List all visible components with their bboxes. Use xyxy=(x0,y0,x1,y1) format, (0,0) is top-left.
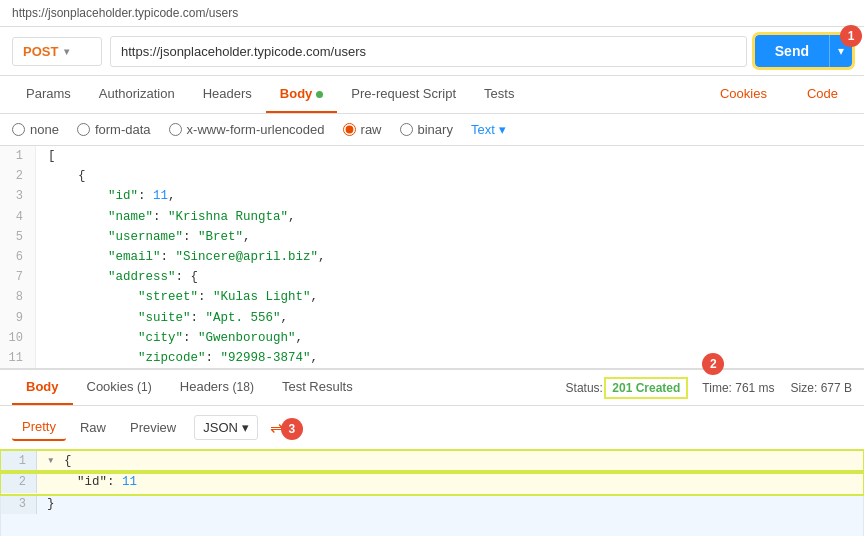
response-badge-3: 3 xyxy=(281,418,303,440)
text-type-chevron-icon: ▾ xyxy=(499,122,506,137)
code-editor[interactable]: 1 [ 2 { 3 "id": 11, 4 "name": "Krishna R… xyxy=(0,146,864,370)
response-tab-headers[interactable]: Headers (18) xyxy=(166,370,268,405)
tab-body[interactable]: Body xyxy=(266,76,338,113)
body-options: none form-data x-www-form-urlencoded raw… xyxy=(0,114,864,146)
resp-line-1: 1 ▾ { xyxy=(1,451,863,472)
code-line-2: 2 { xyxy=(0,166,864,186)
pretty-button[interactable]: Pretty xyxy=(12,414,66,441)
pretty-btn-wrapper: Pretty xyxy=(12,414,66,441)
text-type-select[interactable]: Text ▾ xyxy=(471,122,506,137)
radio-urlencoded[interactable] xyxy=(169,123,182,136)
status-label: Status: xyxy=(566,381,603,395)
tab-headers[interactable]: Headers xyxy=(189,76,266,113)
collapse-icon[interactable]: ▾ xyxy=(47,454,55,468)
tab-cookies[interactable]: Cookies xyxy=(706,76,781,113)
code-line-6: 6 "email": "Sincere@april.biz", xyxy=(0,247,864,267)
send-badge: 1 xyxy=(840,25,862,47)
code-line-1: 1 [ xyxy=(0,146,864,166)
time-label: Time: 761 ms xyxy=(702,381,774,395)
code-line-7: 7 "address": { xyxy=(0,267,864,287)
nav-tabs: Params Authorization Headers Body Pre-re… xyxy=(0,76,864,114)
code-line-9: 9 "suite": "Apt. 556", xyxy=(0,308,864,328)
method-chevron-icon: ▾ xyxy=(64,46,69,57)
option-form-data[interactable]: form-data xyxy=(77,122,151,137)
tab-code[interactable]: Code xyxy=(793,76,852,113)
response-tab-testresults[interactable]: Test Results xyxy=(268,370,367,405)
format-label: JSON xyxy=(203,420,238,435)
method-label: POST xyxy=(23,44,58,59)
tab-params[interactable]: Params xyxy=(12,76,85,113)
radio-form-data[interactable] xyxy=(77,123,90,136)
response-tab-body[interactable]: Body xyxy=(12,370,73,405)
resp-line-2: 2 "id": 11 xyxy=(1,472,863,493)
response-status-bar: 2 Status: 201 Created Time: 761 ms Size:… xyxy=(566,381,852,395)
title-bar: https://jsonplaceholder.typicode.com/use… xyxy=(0,0,864,27)
url-input[interactable] xyxy=(110,36,747,67)
code-line-3: 3 "id": 11, xyxy=(0,186,864,206)
send-button-group: Send ▾ 1 xyxy=(755,35,852,67)
resp-line-3: 3 } xyxy=(1,494,863,515)
format-select[interactable]: JSON ▾ xyxy=(194,415,258,440)
nav-right-tabs: Cookies Code xyxy=(706,76,852,113)
tab-tests[interactable]: Tests xyxy=(470,76,528,113)
send-button[interactable]: Send xyxy=(755,35,829,67)
response-body: 1 ▾ { 2 "id": 11 3 } xyxy=(0,450,864,536)
radio-binary[interactable] xyxy=(400,123,413,136)
option-raw[interactable]: raw xyxy=(343,122,382,137)
radio-raw[interactable] xyxy=(343,123,356,136)
tab-authorization[interactable]: Authorization xyxy=(85,76,189,113)
option-binary[interactable]: binary xyxy=(400,122,453,137)
response-badge-2: 2 xyxy=(702,353,724,375)
preview-button[interactable]: Preview xyxy=(120,415,186,440)
response-tabs-bar: Body Cookies (1) Headers (18) Test Resul… xyxy=(0,370,864,406)
format-chevron-icon: ▾ xyxy=(242,420,249,435)
request-bar: POST ▾ Send ▾ 1 xyxy=(0,27,864,76)
body-dot-icon xyxy=(316,91,323,98)
option-none[interactable]: none xyxy=(12,122,59,137)
tab-prerequest[interactable]: Pre-request Script xyxy=(337,76,470,113)
page-url: https://jsonplaceholder.typicode.com/use… xyxy=(12,6,238,20)
status-value: 201 Created xyxy=(606,379,686,397)
code-line-4: 4 "name": "Krishna Rungta", xyxy=(0,207,864,227)
code-line-8: 8 "street": "Kulas Light", xyxy=(0,287,864,307)
response-format-bar: Pretty Raw Preview JSON ▾ ⇌ 3 xyxy=(0,406,864,450)
radio-none[interactable] xyxy=(12,123,25,136)
code-line-5: 5 "username": "Bret", xyxy=(0,227,864,247)
send-group: Send ▾ xyxy=(755,35,852,67)
option-urlencoded[interactable]: x-www-form-urlencoded xyxy=(169,122,325,137)
raw-button[interactable]: Raw xyxy=(70,415,116,440)
response-tab-cookies[interactable]: Cookies (1) xyxy=(73,370,166,405)
code-line-11: 11 "zipcode": "92998-3874", xyxy=(0,348,864,368)
method-dropdown[interactable]: POST ▾ xyxy=(12,37,102,66)
text-type-label: Text xyxy=(471,122,495,137)
code-line-10: 10 "city": "Gwenborough", xyxy=(0,328,864,348)
status-badge-wrapper: 2 Status: 201 Created xyxy=(566,381,687,395)
size-label: Size: 677 B xyxy=(791,381,852,395)
